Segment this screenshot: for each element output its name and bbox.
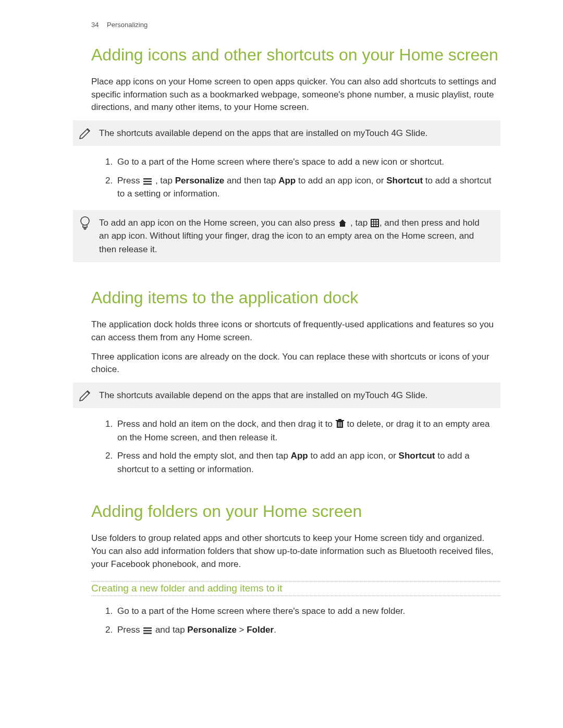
svg-rect-19 bbox=[336, 420, 344, 421]
note-box: The shortcuts available depend on the ap… bbox=[73, 382, 500, 409]
svg-rect-21 bbox=[338, 422, 338, 427]
trash-icon bbox=[336, 419, 344, 428]
pencil-icon bbox=[78, 126, 93, 140]
bold-shortcut: Shortcut bbox=[399, 451, 435, 461]
svg-rect-15 bbox=[374, 225, 375, 226]
svg-rect-3 bbox=[143, 183, 152, 185]
list-item: Press , tap Personalize and then tap App… bbox=[115, 174, 500, 201]
paragraph: Three application icons are already on t… bbox=[91, 351, 500, 376]
svg-rect-11 bbox=[372, 222, 373, 224]
text: , tap bbox=[153, 176, 175, 186]
section-name: Personalizing bbox=[107, 21, 148, 29]
heading-adding-icons: Adding icons and other shortcuts on your… bbox=[91, 44, 500, 65]
subheading-creating-folder: Creating a new folder and adding items t… bbox=[91, 583, 283, 594]
bold-folder: Folder bbox=[247, 625, 274, 635]
svg-rect-22 bbox=[339, 422, 340, 427]
svg-rect-9 bbox=[374, 220, 375, 221]
text: and then tap bbox=[224, 176, 278, 186]
note-text: The shortcuts available depend on the ap… bbox=[99, 128, 427, 138]
svg-rect-1 bbox=[143, 178, 152, 180]
svg-rect-16 bbox=[376, 225, 378, 226]
text: . bbox=[274, 625, 276, 635]
bold-app: App bbox=[278, 176, 296, 186]
intro-paragraph: Place app icons on your Home screen to o… bbox=[91, 76, 500, 114]
pencil-icon bbox=[78, 388, 93, 402]
paragraph: Use folders to group related apps and ot… bbox=[91, 532, 500, 571]
apps-grid-icon bbox=[371, 219, 379, 227]
text: Press and hold an item on the dock, and … bbox=[117, 419, 335, 429]
text: > bbox=[237, 625, 247, 635]
running-header: 34 Personalizing bbox=[91, 21, 500, 29]
note-text: The shortcuts available depend on the ap… bbox=[99, 390, 427, 400]
steps-list-2: Press and hold an item on the dock, and … bbox=[91, 417, 500, 476]
menu-icon bbox=[143, 627, 152, 634]
svg-rect-8 bbox=[372, 220, 373, 221]
svg-rect-20 bbox=[338, 419, 341, 420]
bold-personalize: Personalize bbox=[187, 625, 237, 635]
svg-point-4 bbox=[81, 217, 89, 225]
steps-list-1: Go to a part of the Home screen where th… bbox=[91, 155, 500, 201]
bold-app: App bbox=[291, 451, 308, 461]
menu-icon bbox=[143, 178, 152, 185]
text: to add an app icon, or bbox=[308, 451, 399, 461]
svg-rect-13 bbox=[376, 222, 378, 224]
heading-app-dock: Adding items to the application dock bbox=[91, 287, 500, 308]
text: Press bbox=[117, 176, 142, 186]
text: and tap bbox=[153, 625, 187, 635]
svg-rect-14 bbox=[372, 225, 373, 226]
text: Press bbox=[117, 625, 142, 635]
svg-rect-23 bbox=[341, 422, 341, 427]
text: to add an app icon, or bbox=[296, 176, 386, 186]
list-item: Press and hold the empty slot, and then … bbox=[115, 449, 500, 476]
manual-page: 34 Personalizing Adding icons and other … bbox=[0, 0, 563, 687]
bold-shortcut: Shortcut bbox=[386, 176, 423, 186]
home-icon bbox=[338, 219, 347, 227]
svg-rect-12 bbox=[374, 222, 375, 224]
list-item: Go to a part of the Home screen where th… bbox=[115, 155, 500, 169]
lightbulb-icon bbox=[78, 215, 93, 230]
heading-folders: Adding folders on your Home screen bbox=[91, 501, 500, 522]
note-box: The shortcuts available depend on the ap… bbox=[73, 120, 500, 146]
text: , tap bbox=[348, 218, 370, 228]
text: To add an app icon on the Home screen, y… bbox=[99, 218, 337, 228]
subheading-wrap: Creating a new folder and adding items t… bbox=[91, 581, 500, 596]
svg-rect-24 bbox=[143, 627, 152, 629]
tip-text: To add an app icon on the Home screen, y… bbox=[99, 218, 480, 254]
text: Press and hold the empty slot, and then … bbox=[117, 451, 291, 461]
list-item: Press and hold an item on the dock, and … bbox=[115, 417, 500, 444]
svg-rect-25 bbox=[143, 630, 152, 632]
steps-list-3: Go to a part of the Home screen where th… bbox=[91, 604, 500, 636]
svg-rect-2 bbox=[143, 181, 152, 182]
list-item: Go to a part of the Home screen where th… bbox=[115, 604, 500, 618]
bold-personalize: Personalize bbox=[175, 176, 225, 186]
svg-rect-26 bbox=[143, 633, 152, 634]
svg-rect-10 bbox=[376, 220, 378, 221]
tip-box: To add an app icon on the Home screen, y… bbox=[73, 210, 500, 263]
list-item: Press and tap Personalize > Folder. bbox=[115, 623, 500, 637]
page-number: 34 bbox=[91, 21, 99, 29]
paragraph: The application dock holds three icons o… bbox=[91, 318, 500, 344]
